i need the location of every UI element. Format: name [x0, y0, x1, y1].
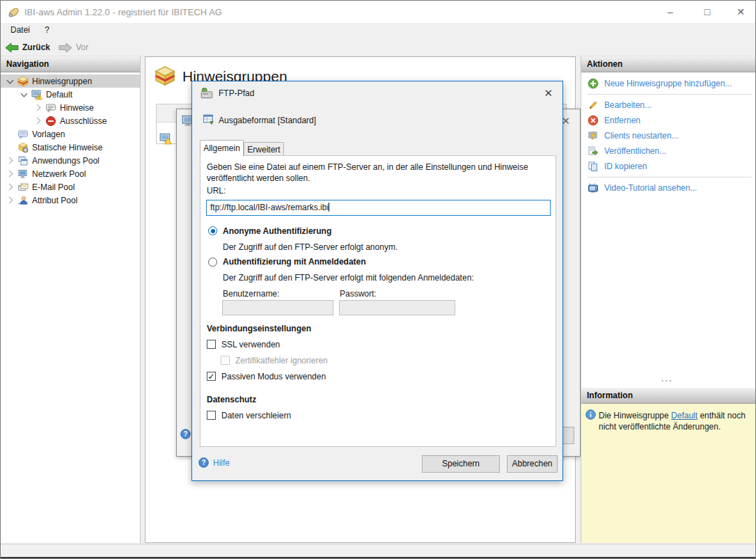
passive-mode-checkbox-label[interactable]: Passiven Modus verwenden	[221, 372, 326, 381]
notes-icon	[45, 102, 56, 113]
chevron-down-icon[interactable]	[19, 93, 28, 96]
radio-anonymous-label[interactable]: Anonyme Authentifizierung	[223, 226, 331, 236]
output-format-icon	[203, 113, 214, 125]
password-label: Passwort:	[340, 289, 377, 299]
radio-credentials-label[interactable]: Authentifizierung mit Anmeldedaten	[223, 257, 366, 267]
action-edit[interactable]: Bearbeiten...	[588, 98, 652, 112]
action-remove[interactable]: Entfernen	[588, 113, 640, 127]
text-caret	[329, 203, 329, 212]
radio-anonymous-auth[interactable]	[208, 226, 217, 235]
chevron-right-icon[interactable]	[33, 118, 42, 123]
chevron-right-icon[interactable]	[6, 198, 14, 203]
information-panel: Die Hinweisgruppe Default enthält noch n…	[581, 404, 756, 543]
cert-errors-checkbox-label: Zertifikatfehler ignorieren	[235, 356, 328, 365]
tree-item-label: Hinweise	[60, 103, 94, 113]
obfuscate-checkbox[interactable]	[207, 411, 216, 420]
menu-help[interactable]: ?	[38, 23, 56, 37]
tree-item-attribut-pool[interactable]: Attribut Pool	[1, 194, 140, 207]
tree-item-label: Attribut Pool	[32, 196, 77, 205]
chevron-down-icon[interactable]	[6, 80, 14, 83]
tree-item-anwendungs-pool[interactable]: Anwendungs Pool	[1, 154, 140, 167]
right-panel: Aktionen Neue Hinweisgruppe hinzufügen..…	[581, 56, 756, 543]
help-link[interactable]: ? Hilfe	[198, 457, 230, 468]
chevron-right-icon[interactable]	[6, 184, 14, 189]
obfuscate-checkbox-label[interactable]: Daten verschleiern	[221, 411, 291, 420]
tree-item-email-pool[interactable]: E-Mail Pool	[1, 180, 140, 194]
cancel-button[interactable]: Abbrechen	[507, 455, 558, 473]
default-group-link[interactable]: Default	[671, 411, 698, 420]
url-input[interactable]: ftp://ftp.local/IBI-aws/remarks.ibi	[206, 200, 551, 216]
forward-arrow-icon	[58, 42, 72, 53]
network-pool-icon	[17, 168, 29, 180]
cert-errors-checkbox	[221, 356, 230, 365]
tab-erweitert[interactable]: Erweitert	[244, 142, 284, 156]
minimize-button[interactable]: –	[654, 1, 686, 23]
back-arrow-icon	[5, 42, 19, 53]
attribute-pool-icon	[17, 195, 29, 206]
privacy-header: Datenschutz	[207, 395, 256, 404]
back-button[interactable]: Zurück	[5, 40, 50, 54]
info-icon	[585, 409, 596, 420]
action-publish[interactable]: Veröffentlichen...	[588, 144, 666, 158]
connection-settings-header: Verbindungseinstellungen	[207, 324, 311, 333]
svg-text:?: ?	[201, 459, 205, 466]
actions-header: Aktionen	[581, 56, 756, 72]
tree-item-netzwerk-pool[interactable]: Netzwerk Pool	[1, 167, 140, 180]
tab-page-allgemein: Geben Sie eine Datei auf einem FTP-Serve…	[200, 155, 556, 447]
password-input	[339, 300, 455, 315]
menu-datei[interactable]: Datei	[4, 23, 36, 37]
radio-anonymous-desc: Der Zugriff auf den FTP-Server erfolgt a…	[223, 242, 397, 252]
save-button[interactable]: Speichern	[422, 455, 500, 473]
splitter-handle[interactable]: ···	[661, 377, 673, 385]
tree-item-label: Anwendungs Pool	[32, 156, 100, 166]
window-title: IBI-aws Admin 1.22.0 - registriert für I…	[24, 7, 222, 17]
templates-icon	[17, 129, 29, 140]
close-button[interactable]: ✕	[725, 1, 756, 23]
information-header: Information	[581, 388, 756, 404]
actions-divider	[588, 177, 752, 178]
monitor-warning-icon	[159, 132, 173, 145]
forward-button[interactable]: Vor	[58, 40, 88, 54]
maximize-button[interactable]: □	[691, 1, 723, 23]
tree-item-label: E-Mail Pool	[32, 182, 74, 192]
tree-item-hinweisgruppen[interactable]: Hinweisgruppen	[1, 74, 140, 88]
monitor-warning-icon	[31, 89, 42, 100]
app-pool-icon	[17, 155, 29, 166]
action-add-notice-group[interactable]: Neue Hinweisgruppe hinzufügen...	[588, 77, 732, 90]
dialog-close-icon[interactable]: ✕	[544, 88, 553, 98]
ssl-checkbox[interactable]	[207, 340, 216, 349]
actions-divider	[588, 94, 752, 95]
action-video-tutorial[interactable]: Video-Tutorial ansehen...	[588, 181, 697, 195]
chevron-right-icon[interactable]	[6, 158, 14, 163]
tree-item-default[interactable]: Default	[1, 88, 140, 101]
username-label: Benutzername:	[223, 289, 279, 299]
chevron-right-icon[interactable]	[33, 105, 42, 110]
action-copy-id[interactable]: ID kopieren	[588, 159, 647, 173]
dialog-subtitle: Ausgabeformat [Standard]	[219, 116, 316, 125]
dialog-title: FTP-Pfad	[219, 88, 254, 98]
ftp-path-dialog: FTP-Pfad ✕ Ausgabeformat [Standard] Allg…	[191, 81, 563, 481]
tree-item-label: Hinweisgruppen	[32, 77, 92, 86]
app-window: IBI-aws Admin 1.22.0 - registriert für I…	[0, 0, 756, 559]
remove-icon	[588, 115, 599, 126]
notice-groups-heading-icon	[153, 65, 177, 86]
help-icon: ?	[198, 457, 209, 468]
menu-bar: Datei ?	[1, 23, 755, 38]
copy-id-icon	[588, 161, 599, 172]
tree-item-vorlagen[interactable]: Vorlagen	[1, 127, 140, 141]
edit-icon	[588, 100, 599, 111]
ssl-checkbox-label[interactable]: SSL verwenden	[221, 340, 280, 349]
action-restart-clients[interactable]: Clients neustarten...	[588, 129, 679, 143]
tree-item-hinweise[interactable]: Hinweise	[1, 101, 140, 114]
tab-allgemein[interactable]: Allgemein	[200, 140, 244, 156]
exclusion-icon	[45, 116, 56, 127]
toolbar: Zurück Vor	[1, 38, 755, 56]
url-label: URL:	[207, 186, 226, 196]
notice-groups-icon	[17, 76, 29, 87]
tree-item-ausschluesse[interactable]: Ausschlüsse	[1, 114, 140, 127]
passive-mode-checkbox[interactable]: ✓	[207, 372, 216, 381]
tree-item-label: Vorlagen	[32, 129, 65, 139]
chevron-right-icon[interactable]	[6, 171, 14, 176]
tree-item-statische-hinweise[interactable]: Statische Hinweise	[1, 141, 140, 154]
radio-credentials-auth[interactable]	[208, 258, 217, 267]
